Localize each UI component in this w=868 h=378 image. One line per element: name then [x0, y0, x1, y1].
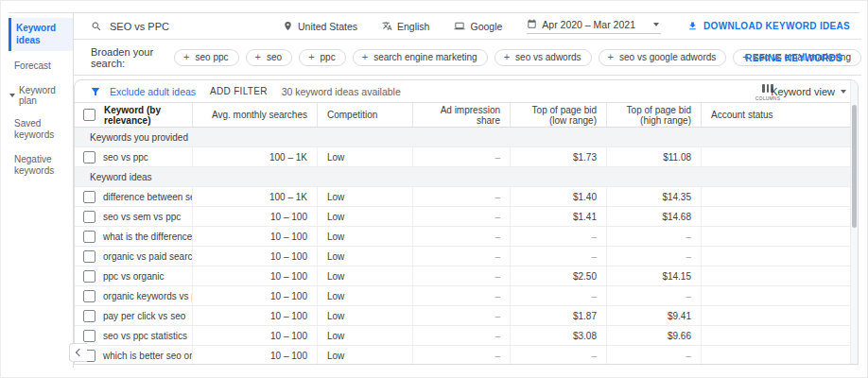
broaden-chip[interactable]: +seo vs adwords	[495, 49, 592, 66]
row-checkbox[interactable]	[83, 151, 95, 163]
row-checkbox[interactable]	[83, 270, 95, 283]
competition-cell: Low	[318, 326, 413, 345]
avg-monthly-searches-cell: 10 – 100	[193, 306, 318, 325]
bid-low-cell: $1.41	[511, 207, 607, 226]
sidebar-item-negative-keywords[interactable]: Negative keywords	[9, 151, 73, 180]
section-row: Keyword ideas	[75, 167, 858, 187]
keyword-cell: seo vs ppc	[75, 147, 193, 166]
keyword-cell: ppc vs organic	[75, 266, 193, 285]
bid-low-cell: $2.50	[511, 266, 607, 285]
sidebar-item-label: Negative keywords	[14, 154, 54, 177]
competition-cell: Low	[318, 346, 413, 365]
plus-icon: +	[308, 52, 314, 62]
account-status-cell	[702, 326, 858, 345]
bid-high-cell: $14.68	[607, 207, 702, 226]
avg-monthly-searches-cell: 100 – 1K	[193, 187, 318, 206]
exclude-adult-ideas-link[interactable]: Exclude adult ideas	[110, 86, 196, 97]
bid-high-cell: $14.15	[607, 266, 702, 285]
account-status-cell	[702, 306, 858, 325]
table-row: what is the difference between p..10 – 1…	[75, 227, 858, 247]
select-all-checkbox[interactable]	[83, 109, 95, 121]
competition-cell: Low	[318, 247, 413, 266]
ad-impression-share-cell: –	[413, 326, 511, 345]
header-ad-impression-share: Ad impression share	[413, 103, 511, 127]
keyword-results-card: Exclude adult ideas ADD FILTER 30 keywor…	[74, 79, 859, 365]
bid-low-cell: $1.87	[511, 306, 607, 325]
avg-monthly-searches-cell: 10 – 100	[193, 247, 318, 266]
network-icon	[454, 21, 465, 31]
row-checkbox[interactable]	[83, 310, 95, 322]
row-checkbox[interactable]	[83, 290, 95, 302]
row-checkbox[interactable]	[83, 231, 95, 243]
date-range-label: Apr 2020 – Mar 2021	[542, 19, 635, 30]
broaden-chip[interactable]: +seo ppc	[174, 49, 238, 66]
bid-low-cell: –	[511, 227, 607, 246]
account-status-cell	[702, 247, 858, 266]
competition-cell: Low	[318, 227, 413, 246]
download-label: DOWNLOAD KEYWORD IDEAS	[703, 21, 850, 31]
chip-label: seo	[267, 52, 282, 62]
broaden-chip[interactable]: +search engine marketing	[353, 49, 488, 66]
keyword-cell: pay per click vs seo	[75, 306, 193, 325]
keyword-text: ppc vs organic	[103, 271, 164, 282]
header-label: Keyword (by relevance)	[104, 105, 192, 126]
sidebar-item-keyword-plan[interactable]: Keyword plan	[9, 82, 73, 109]
sidebar-item-label: Keyword ideas	[16, 23, 56, 45]
competition-cell: Low	[318, 207, 413, 226]
keyword-text: which is better seo or ppc	[103, 351, 193, 361]
bid-high-cell: –	[607, 227, 702, 246]
bid-high-cell: $11.08	[607, 147, 702, 166]
row-checkbox[interactable]	[83, 191, 95, 203]
chevron-left-icon	[76, 349, 83, 356]
download-keyword-ideas-button[interactable]: DOWNLOAD KEYWORD IDEAS	[687, 21, 850, 31]
broaden-chip[interactable]: +seo vs google adwords	[599, 49, 727, 66]
header-label: Ad impression share	[423, 105, 500, 126]
network-setting[interactable]: Google	[454, 21, 502, 32]
table-row: ppc vs organic10 – 100Low–$2.50$14.15	[75, 266, 858, 286]
competition-cell: Low	[318, 147, 413, 166]
vertical-scrollbar[interactable]	[850, 80, 858, 364]
sidebar-item-keyword-ideas[interactable]: Keyword ideas	[9, 18, 73, 51]
header-label: Account status	[711, 110, 773, 120]
broaden-chip[interactable]: +ppc	[299, 49, 346, 66]
header-keyword: Keyword (by relevance)	[75, 103, 193, 127]
keyword-view-dropdown[interactable]: Keyword view	[771, 86, 846, 97]
broaden-chip[interactable]: +seo	[246, 49, 293, 66]
search-query: SEO vs PPC	[110, 21, 169, 32]
row-checkbox[interactable]	[83, 250, 95, 263]
scrollbar-thumb[interactable]	[852, 105, 857, 228]
sidebar-item-forecast[interactable]: Forecast	[9, 58, 73, 76]
keyword-count-text: 30 keyword ideas available	[282, 86, 401, 97]
add-filter-button[interactable]: ADD FILTER	[210, 86, 268, 96]
plus-icon: +	[608, 52, 614, 62]
competition-cell: Low	[318, 286, 413, 305]
table-row: seo vs ppc100 – 1KLow–$1.73$11.08	[75, 147, 858, 167]
bid-high-cell: –	[607, 346, 702, 365]
table-body: Keywords you providedseo vs ppc100 – 1KL…	[75, 128, 858, 365]
ad-impression-share-cell: –	[413, 227, 511, 246]
collapse-panel-handle[interactable]	[69, 343, 87, 362]
sidebar-item-saved-keywords[interactable]: Saved keywords	[9, 115, 73, 145]
keyword-cell: organic keywords vs paid keywor...	[75, 286, 193, 305]
date-range-picker[interactable]: Apr 2020 – Mar 2021	[527, 19, 661, 34]
bid-low-cell: –	[511, 286, 607, 305]
row-checkbox[interactable]	[83, 211, 95, 223]
chevron-down-icon	[9, 94, 15, 97]
bid-low-cell: –	[511, 247, 607, 266]
avg-monthly-searches-cell: 10 – 100	[193, 227, 318, 246]
row-checkbox[interactable]	[83, 330, 95, 342]
header-account-status: Account status	[702, 103, 858, 127]
location-setting[interactable]: United States	[283, 21, 357, 32]
account-status-cell	[702, 266, 858, 285]
language-setting[interactable]: English	[382, 21, 429, 32]
header-label: Avg. monthly searches	[212, 110, 307, 120]
keyword-text: pay per click vs seo	[103, 311, 185, 321]
bid-high-cell: $9.66	[607, 326, 702, 345]
refine-keywords-button[interactable]: REFINE KEYWORDS	[745, 52, 842, 62]
chip-label: seo ppc	[196, 52, 229, 62]
ad-impression-share-cell: –	[413, 147, 511, 166]
keyword-search-box[interactable]: SEO vs PPC	[91, 21, 169, 32]
bid-high-cell: –	[607, 247, 702, 266]
bid-low-cell: $1.40	[511, 187, 607, 206]
filter-funnel-icon[interactable]	[90, 86, 101, 97]
